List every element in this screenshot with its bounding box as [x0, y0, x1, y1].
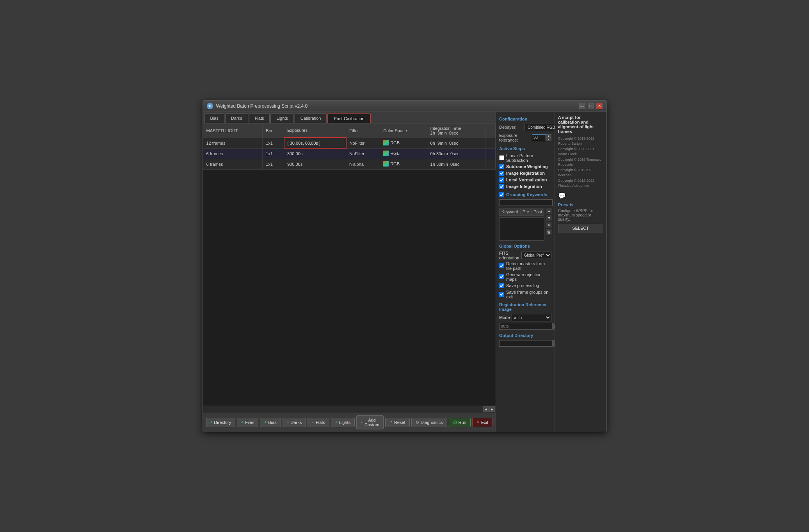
darks-button[interactable]: + Darks [283, 418, 306, 427]
close-button[interactable]: ✕ [596, 103, 603, 109]
lights-label: Lights [339, 420, 350, 425]
save-process-log-checkbox[interactable] [499, 283, 504, 288]
rgb-icon [383, 161, 389, 167]
output-directory-input[interactable] [499, 340, 553, 347]
registration-reference-title: Registration Reference Image [499, 302, 551, 312]
scroll-left-arrow[interactable]: ◀ [483, 406, 489, 412]
rgb-icon [383, 151, 389, 156]
spinbox-down-arrow[interactable]: ▼ [546, 138, 551, 141]
directory-button[interactable]: + Directory [206, 418, 236, 427]
maximize-button[interactable]: □ [588, 103, 594, 109]
reset-label: Reset [394, 420, 405, 425]
bias-button[interactable]: + Bias [260, 418, 281, 427]
cell-color-space: RGB [380, 159, 427, 169]
right-panel: Configuration Debayer: Combined RGB colo… [496, 112, 555, 432]
copyright-line-2: Copyright © 2020-2021 Adam Block [558, 147, 603, 157]
step-image-integration-checkbox[interactable] [499, 184, 504, 189]
generate-rejection-checkbox[interactable] [499, 274, 504, 279]
presets-select-button[interactable]: SELECT [558, 224, 603, 232]
configuration-title: Configuration [499, 117, 551, 121]
reg-mode-select[interactable]: auto [512, 314, 551, 321]
reset-button[interactable]: ↺ Reset [385, 418, 410, 427]
keyword-table-body [499, 217, 544, 241]
kw-col-pre: Pre [520, 208, 531, 215]
kw-delete-button[interactable]: 🗑 [546, 229, 552, 235]
kw-move-down-button[interactable]: ▼ [546, 215, 552, 221]
fits-orientation-label: FITS orientation [499, 251, 519, 260]
step-image-integration: Image Integration [499, 184, 551, 189]
run-button[interactable]: ⏻ Run [449, 418, 471, 427]
grouping-keywords-checkbox[interactable] [499, 192, 504, 197]
run-label: Run [459, 420, 466, 425]
cell-master-light: 12 frames [203, 138, 263, 148]
cell-integration: 1h 30min 0sec [427, 159, 485, 169]
kw-col-post: Post [531, 208, 544, 215]
presets-section: Presets Configure WBPP for maximum speed… [558, 202, 603, 232]
step-linear-pattern-checkbox[interactable] [499, 155, 504, 160]
detect-masters-checkbox[interactable] [499, 263, 504, 268]
step-subframe-weighting-checkbox[interactable] [499, 164, 504, 169]
app-icon: ★ [207, 103, 213, 109]
cell-filter: NoFilter [346, 148, 380, 159]
tab-calibration[interactable]: Calibration [295, 113, 327, 123]
tab-flats[interactable]: Flats [249, 113, 270, 123]
main-table: MASTER LIGHT Bin Exposures Filter Color … [203, 123, 496, 170]
step-linear-pattern-label: Linear Pattern Subtraction [506, 153, 551, 163]
exit-button[interactable]: ✕ Exit [472, 418, 493, 427]
col-exposures: Exposures [284, 123, 346, 138]
keyword-input[interactable] [499, 199, 553, 206]
save-frame-groups-checkbox[interactable] [499, 292, 504, 297]
step-image-registration-checkbox[interactable] [499, 171, 504, 176]
cell-color-space: RGB [380, 138, 427, 148]
registration-reference-section: Registration Reference Image Mode auto 📁 [499, 302, 551, 330]
global-options-title: Global Options [499, 244, 551, 248]
kw-settings-button[interactable]: ⚙ [546, 222, 552, 228]
main-window: ★ Weighted Batch Preprocessing Script v2… [203, 100, 607, 432]
add-custom-label: Add Custom [364, 418, 379, 427]
step-local-normalization-label: Local Normalization [506, 177, 547, 182]
tab-lights[interactable]: Lights [270, 113, 293, 123]
option-detect-masters: Detect masters from file path [499, 261, 551, 271]
cell-bin: 1x1 [263, 138, 284, 148]
debayer-label: Debayer: [499, 125, 523, 129]
copyright-line-5: Copyright © 2012-2022 Pleiades Astrophot… [558, 178, 603, 189]
add-custom-button[interactable]: + Add Custom [356, 415, 384, 429]
cell-color-space: RGB [380, 148, 427, 159]
flats-button[interactable]: + Flats [308, 418, 329, 427]
kw-move-up-button[interactable]: ▲ [546, 208, 552, 214]
table-row: 6 frames 1x1 900.00s h-alpha RGB 1h 30mi… [203, 159, 496, 169]
fits-orientation-select[interactable]: Global Pref [521, 252, 551, 259]
window-title: Weighted Batch Preprocessing Script v2.4… [216, 103, 308, 109]
keyword-table: Keyword Pre Post [499, 208, 544, 216]
reg-reference-input[interactable] [499, 323, 553, 330]
reset-icon: ↺ [389, 420, 393, 424]
step-local-normalization-checkbox[interactable] [499, 177, 504, 183]
exposure-tolerance-spinbox: ▲ ▼ [532, 134, 551, 141]
lights-button[interactable]: + Lights [331, 418, 355, 427]
step-local-normalization: Local Normalization [499, 177, 551, 183]
scroll-right-arrow[interactable]: ▶ [489, 406, 495, 412]
tab-post-calibration[interactable]: Post-Calibration [327, 113, 370, 123]
tab-darks[interactable]: Darks [225, 113, 248, 123]
col-actions [485, 123, 495, 138]
tab-bias[interactable]: Bias [204, 113, 224, 123]
save-frame-groups-label: Save frame groups on exit [506, 290, 551, 299]
debayer-select[interactable]: Combined RGB colo [524, 124, 555, 131]
copyright-line-4: Copyright © 2012 Kai Wiechen [558, 168, 603, 178]
exposure-tolerance-input[interactable] [532, 134, 546, 141]
cell-exposures[interactable]: [ 30.00s, 60.00s ] [284, 138, 346, 148]
diagnostics-button[interactable]: ⚙ Diagnostics [411, 418, 447, 427]
data-table-area: MASTER LIGHT Bin Exposures Filter Color … [203, 123, 496, 406]
left-panel: Bias Darks Flats Lights Calibration Post… [203, 112, 496, 432]
plus-icon: + [335, 420, 338, 424]
cell-bin: 1x1 [263, 148, 284, 159]
files-button[interactable]: + Files [237, 418, 258, 427]
scrollbar-area: ◀ ▶ [203, 406, 496, 413]
exit-label: Exit [481, 420, 488, 425]
minimize-button[interactable]: — [579, 103, 585, 109]
output-directory-section: Output Directory 📁 [499, 333, 551, 347]
plus-icon: + [361, 420, 363, 424]
spinbox-up-arrow[interactable]: ▲ [546, 134, 551, 138]
files-label: Files [245, 420, 254, 425]
flats-label: Flats [316, 420, 325, 425]
